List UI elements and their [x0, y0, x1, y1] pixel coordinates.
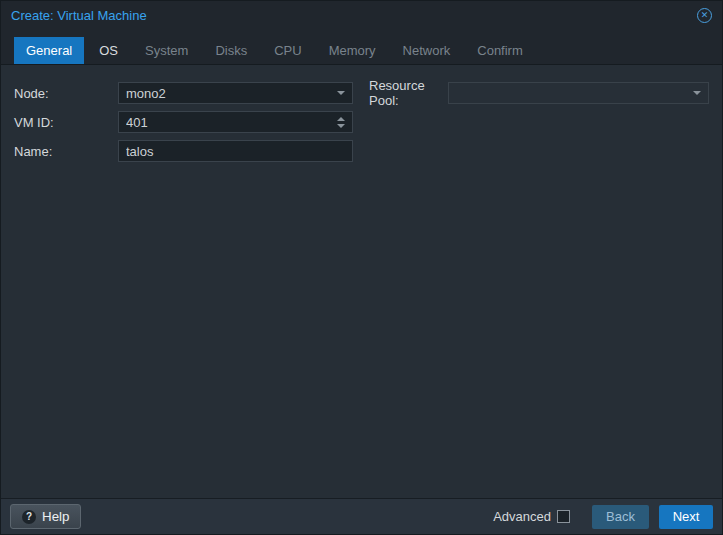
create-vm-dialog: Create: Virtual Machine ✕ General OS Sys… [0, 0, 723, 535]
next-button[interactable]: Next [659, 505, 713, 529]
vm-id-row: VM ID: 401 [14, 111, 353, 133]
node-select[interactable]: mono2 [118, 82, 353, 104]
advanced-checkbox[interactable] [557, 510, 570, 523]
tab-disks[interactable]: Disks [203, 37, 259, 64]
tab-network[interactable]: Network [391, 37, 463, 64]
tab-bar: General OS System Disks CPU Memory Netwo… [1, 29, 722, 65]
node-value: mono2 [126, 86, 331, 101]
tab-os[interactable]: OS [87, 37, 130, 64]
tab-memory[interactable]: Memory [317, 37, 388, 64]
dialog-footer: ? Help Advanced Back Next [1, 498, 722, 534]
help-button[interactable]: ? Help [10, 504, 81, 529]
tab-general[interactable]: General [14, 37, 84, 64]
resource-pool-label: Resource Pool: [369, 78, 448, 108]
node-label: Node: [14, 86, 118, 101]
node-row: Node: mono2 [14, 82, 353, 104]
name-value: talos [126, 144, 345, 159]
vm-id-label: VM ID: [14, 115, 118, 130]
general-form: Node: mono2 VM ID: 401 Name: [1, 65, 722, 498]
dialog-title: Create: Virtual Machine [11, 8, 147, 23]
form-left-column: Node: mono2 VM ID: 401 Name: [14, 82, 353, 169]
close-icon[interactable]: ✕ [697, 8, 712, 23]
resource-pool-row: Resource Pool: [369, 82, 709, 104]
name-row: Name: talos [14, 140, 353, 162]
help-icon: ? [22, 510, 36, 524]
dialog-titlebar: Create: Virtual Machine ✕ [1, 1, 722, 29]
form-right-column: Resource Pool: [369, 82, 709, 111]
spinner-up-icon[interactable] [337, 117, 345, 121]
spinner-down-icon[interactable] [337, 124, 345, 128]
spinner-icons [337, 117, 345, 128]
chevron-down-icon[interactable] [693, 91, 701, 95]
vm-id-stepper[interactable]: 401 [118, 111, 353, 133]
tab-confirm[interactable]: Confirm [465, 37, 535, 64]
resource-pool-select[interactable] [448, 82, 709, 104]
name-label: Name: [14, 144, 118, 159]
vm-id-value: 401 [126, 115, 331, 130]
name-input[interactable]: talos [118, 140, 353, 162]
help-button-label: Help [42, 509, 69, 524]
tab-cpu[interactable]: CPU [262, 37, 313, 64]
back-button[interactable]: Back [592, 505, 649, 529]
advanced-label: Advanced [493, 509, 551, 524]
chevron-down-icon[interactable] [337, 91, 345, 95]
tab-system[interactable]: System [133, 37, 200, 64]
